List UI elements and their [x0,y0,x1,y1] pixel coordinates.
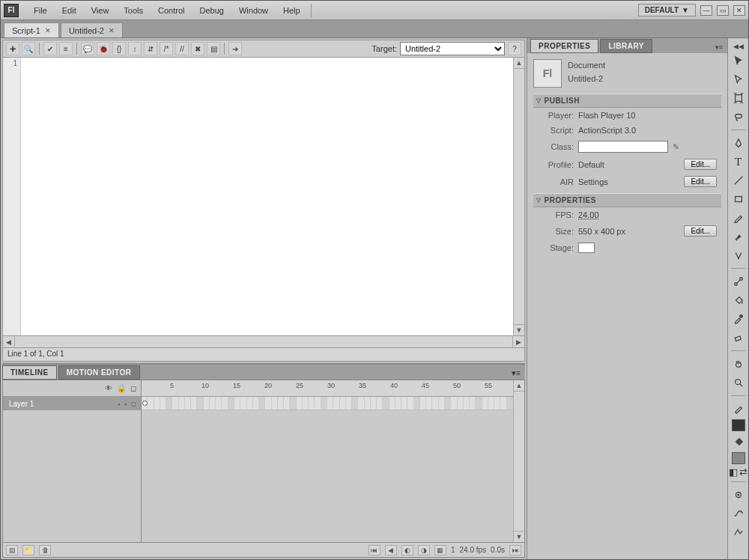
layer-lock-dot[interactable]: • [124,401,127,407]
paint-bucket-tool-icon[interactable] [730,292,747,308]
frame-cell[interactable] [327,397,333,410]
frame-cell[interactable] [216,397,222,410]
frame-cell[interactable] [247,397,253,410]
frame-cell[interactable] [500,397,506,410]
text-tool-icon[interactable]: T [730,153,747,170]
frame-cell[interactable] [228,397,234,410]
timeline-vertical-scrollbar[interactable]: ▲ ▼ [513,380,524,542]
script-assist-icon[interactable]: ➜ [228,42,242,55]
frame-cell[interactable] [470,397,476,410]
frame-track[interactable] [142,397,513,410]
tab-timeline[interactable]: TIMELINE [2,365,57,380]
frame-cell[interactable] [451,397,457,410]
onion-skin-icon[interactable]: ◐ [401,545,413,556]
menu-control[interactable]: Control [151,4,192,17]
frame-cell[interactable] [358,397,364,410]
frame-cell[interactable] [377,397,383,410]
scroll-up-icon[interactable]: ▲ [514,380,524,392]
frame-cell[interactable] [407,397,413,410]
subselection-tool-icon[interactable] [730,71,747,88]
selection-tool-icon[interactable] [730,52,747,69]
tab-library[interactable]: LIBRARY [600,39,652,53]
free-transform-tool-icon[interactable] [730,90,747,106]
frame-cell[interactable] [265,397,271,410]
horizontal-scrollbar[interactable]: ◀ ▶ [2,336,525,348]
frame-cell[interactable] [321,397,327,410]
scroll-down-icon[interactable]: ▼ [514,324,524,335]
collapse-selection-icon[interactable]: ↕ [128,42,142,55]
eyedropper-tool-icon[interactable] [730,311,747,327]
frame-cell[interactable] [383,397,389,410]
frame-cell[interactable] [352,397,358,410]
frame-cell[interactable] [191,397,197,410]
fps-value[interactable]: 24.00 [578,210,599,219]
frame-cell[interactable] [482,397,488,410]
frame-cell[interactable] [365,397,371,410]
frame-cell[interactable] [166,397,172,410]
stroke-color-icon[interactable] [730,401,747,417]
collapse-tools-icon[interactable]: ◀◀ [733,43,744,50]
frame-cell[interactable] [253,397,259,410]
fill-color-icon[interactable] [730,433,747,450]
zoom-tool-icon[interactable] [730,374,747,391]
frame-cell[interactable] [507,397,513,410]
debug-options-icon[interactable]: 🐞 [97,42,110,55]
eraser-tool-icon[interactable] [730,329,747,346]
remove-comment-icon[interactable]: ✖ [191,42,204,55]
new-layer-icon[interactable]: ▤ [6,545,18,556]
goto-last-frame-icon[interactable]: ⏭ [509,545,521,556]
menu-tools[interactable]: Tools [116,4,151,17]
frame-cell[interactable] [309,397,315,410]
menu-file[interactable]: File [26,4,55,17]
class-input[interactable] [578,141,668,153]
lasso-tool-icon[interactable] [730,109,747,125]
smooth-icon[interactable] [730,505,747,522]
apply-line-comment-icon[interactable]: // [175,42,189,55]
fill-color-swatch[interactable] [732,452,745,464]
frame-cell[interactable] [432,397,438,410]
new-folder-icon[interactable]: 📁 [22,545,34,556]
line-tool-icon[interactable] [730,172,747,189]
frame-cell[interactable] [222,397,228,410]
eye-icon[interactable]: 👁 [105,384,112,392]
menu-debug[interactable]: Debug [192,4,231,17]
close-button[interactable]: ✕ [733,5,745,16]
add-script-icon[interactable]: ✚ [6,42,19,55]
find-icon[interactable]: 🔍 [22,42,35,55]
rectangle-tool-icon[interactable] [730,191,747,207]
brush-tool-icon[interactable] [730,228,747,245]
vertical-scrollbar[interactable]: ▲ ▼ [513,58,524,335]
frame-cell[interactable] [278,397,284,410]
edit-air-button[interactable]: Edit... [684,176,717,187]
frame-cell[interactable] [426,397,432,410]
auto-format-icon[interactable]: ≡ [59,42,73,55]
scroll-right-icon[interactable]: ▶ [512,336,524,347]
stroke-color-swatch[interactable] [732,419,745,431]
help-icon[interactable]: ? [508,42,521,55]
check-syntax-icon[interactable]: ✔ [43,42,57,55]
scroll-up-icon[interactable]: ▲ [514,58,524,69]
frame-ruler[interactable]: 5 10 15 20 25 30 35 40 45 50 55 6 [142,380,513,397]
frame-cell[interactable] [488,397,494,410]
snap-to-objects-icon[interactable] [730,487,747,503]
code-textarea[interactable] [21,58,513,335]
scroll-down-icon[interactable]: ▼ [514,531,524,542]
show-code-hint-icon[interactable]: 💬 [81,42,94,55]
doc-tab-untitled2[interactable]: Untitled-2 ✕ [61,22,123,37]
delete-layer-icon[interactable]: 🗑 [39,545,51,556]
frame-cell[interactable] [284,397,290,410]
menu-help[interactable]: Help [276,4,308,17]
onion-skin-outlines-icon[interactable]: ◑ [418,545,430,556]
frame-cell[interactable] [303,397,309,410]
black-white-icon[interactable]: ◧ [730,466,738,477]
menu-view[interactable]: View [84,4,117,17]
frame-cell[interactable] [445,397,451,410]
frame-cell[interactable] [401,397,407,410]
menu-window[interactable]: Window [231,4,276,17]
section-properties-header[interactable]: ▽ PROPERTIES [533,193,721,207]
edit-profile-button[interactable]: Edit... [684,159,717,170]
deco-tool-icon[interactable] [730,247,747,264]
pen-tool-icon[interactable] [730,135,747,151]
layer-row[interactable]: Layer 1 • • ◻ [3,397,141,410]
straighten-icon[interactable] [730,524,747,541]
